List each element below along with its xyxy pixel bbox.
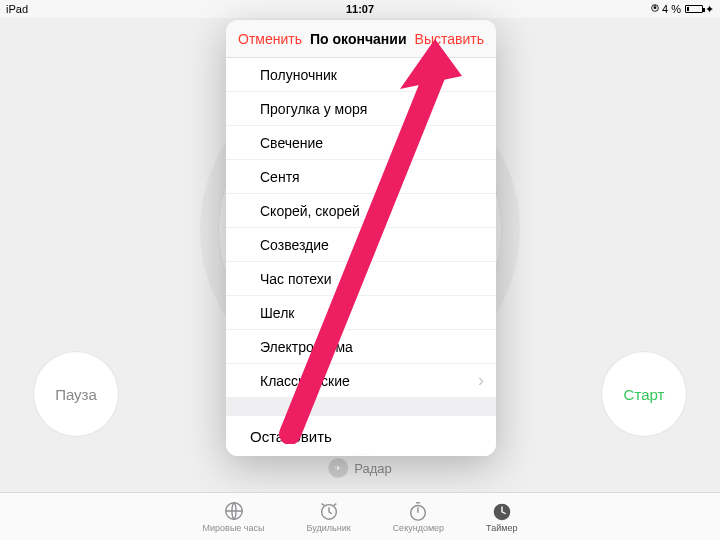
status-right: 4 % ✦ <box>650 3 714 16</box>
stop-playing-label: Остановить <box>250 428 332 445</box>
device-label: iPad <box>6 3 28 15</box>
done-button[interactable]: Выставить <box>415 31 484 47</box>
ringtone-label: Классические <box>260 373 350 389</box>
ringtone-label: Электросхема <box>260 339 353 355</box>
ringtone-item[interactable]: Полуночник <box>226 58 496 92</box>
pause-button[interactable]: Пауза <box>34 352 118 436</box>
ringtone-label: Час потехи <box>260 271 332 287</box>
tab-label: Будильник <box>307 523 351 533</box>
sound-summary-row[interactable]: Радар <box>328 458 392 478</box>
ringtone-label: Скорей, скорей <box>260 203 360 219</box>
ringtone-item[interactable]: Час потехи <box>226 262 496 296</box>
stop-playing-row[interactable]: Остановить <box>226 416 496 456</box>
pause-label: Пауза <box>55 386 97 403</box>
svg-rect-1 <box>654 7 657 9</box>
ringtone-item[interactable]: Прогулка у моря <box>226 92 496 126</box>
orientation-lock-icon <box>650 3 660 15</box>
ringtone-item[interactable]: Скорей, скорей <box>226 194 496 228</box>
battery-percent: 4 % <box>662 3 681 15</box>
classic-ringtones-row[interactable]: Классические <box>226 364 496 398</box>
ringtone-label: Прогулка у моря <box>260 101 367 117</box>
alarm-icon <box>318 500 340 522</box>
tab-stopwatch[interactable]: Секундомер <box>393 500 444 533</box>
when-timer-ends-sheet: Отменить По окончании Выставить Полуночн… <box>226 20 496 456</box>
ringtone-label: Сентя <box>260 169 300 185</box>
tab-label: Секундомер <box>393 523 444 533</box>
ringtone-icon <box>328 458 348 478</box>
ringtone-item[interactable]: Шелк <box>226 296 496 330</box>
ringtone-label: Созвездие <box>260 237 329 253</box>
ringtone-item[interactable]: Свечение <box>226 126 496 160</box>
sheet-gap <box>226 398 496 416</box>
ringtone-item[interactable]: Электросхема <box>226 330 496 364</box>
timer-icon <box>491 500 513 522</box>
globe-icon <box>223 500 245 522</box>
sound-summary-label: Радар <box>354 461 392 476</box>
ringtone-list[interactable]: Полуночник Прогулка у моря Свечение Сент… <box>226 58 496 398</box>
sheet-title: По окончании <box>310 31 406 47</box>
tab-bar: Мировые часы Будильник Секундомер Таймер <box>0 492 720 540</box>
stopwatch-icon <box>407 500 429 522</box>
tab-timer[interactable]: Таймер <box>486 500 517 533</box>
tab-world-clock[interactable]: Мировые часы <box>203 500 265 533</box>
charging-icon: ✦ <box>705 3 714 16</box>
cancel-button[interactable]: Отменить <box>238 31 302 47</box>
status-bar: iPad 11:07 4 % ✦ <box>0 0 720 18</box>
tab-alarm[interactable]: Будильник <box>307 500 351 533</box>
status-time: 11:07 <box>346 3 374 15</box>
start-label: Старт <box>624 386 665 403</box>
tab-label: Мировые часы <box>203 523 265 533</box>
ringtone-item[interactable]: Созвездие <box>226 228 496 262</box>
ringtone-item[interactable]: Сентя <box>226 160 496 194</box>
ringtone-label: Полуночник <box>260 67 337 83</box>
sheet-header: Отменить По окончании Выставить <box>226 20 496 58</box>
battery-icon <box>685 5 703 13</box>
ringtone-label: Шелк <box>260 305 294 321</box>
tab-label: Таймер <box>486 523 517 533</box>
ringtone-label: Свечение <box>260 135 323 151</box>
start-button[interactable]: Старт <box>602 352 686 436</box>
